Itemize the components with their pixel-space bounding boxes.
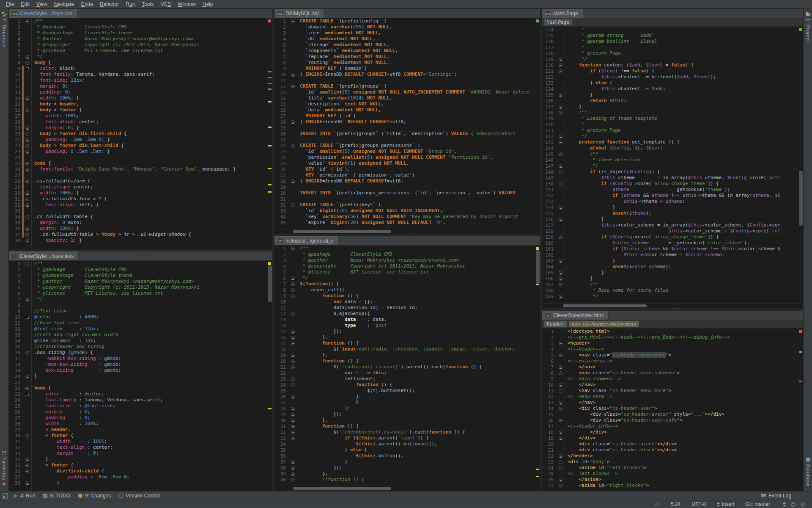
- git-branch[interactable]: Git: master: [745, 501, 770, 507]
- line-number[interactable]: 5: [274, 269, 297, 275]
- line-number[interactable]: 8: [9, 60, 31, 66]
- line-number[interactable]: 30: [274, 417, 297, 423]
- fold-end-icon[interactable]: [559, 295, 562, 298]
- line-number[interactable]: 22: [9, 143, 31, 149]
- line-number[interactable]: 13: [274, 89, 297, 95]
- fold-end-icon[interactable]: [559, 164, 562, 168]
- line-number[interactable]: 159: [542, 234, 565, 240]
- line-number[interactable]: 7: [274, 281, 297, 287]
- fold-collapse-icon[interactable]: [25, 144, 29, 148]
- line-number[interactable]: 36: [9, 468, 31, 474]
- line-number[interactable]: 30: [274, 190, 297, 196]
- line-number[interactable]: 19: [9, 367, 31, 373]
- code-html[interactable]: <!doctype html><!--pre_Html--><!--head--…: [565, 329, 803, 491]
- readonly-lock-icon[interactable]: [791, 502, 796, 507]
- line-number[interactable]: 137: [542, 104, 565, 110]
- tab-html[interactable]: 5CleverStyle/index.html: [542, 311, 609, 320]
- line-number[interactable]: 6: [274, 48, 297, 54]
- line-number[interactable]: 150: [542, 181, 565, 187]
- line-number[interactable]: 23: [274, 149, 297, 155]
- fold-collapse-icon[interactable]: [291, 282, 295, 286]
- line-number[interactable]: 131: [542, 68, 565, 74]
- line-number[interactable]: 13: [274, 317, 297, 323]
- tab-php[interactable]: phpclass.Page: [542, 9, 583, 18]
- fold-collapse-icon[interactable]: [291, 377, 295, 381]
- line-number[interactable]: 37: [9, 232, 31, 237]
- pane-splitter[interactable]: [274, 234, 540, 236]
- menu-run[interactable]: Run: [122, 0, 138, 8]
- line-number[interactable]: 18: [9, 119, 31, 125]
- fold-collapse-icon[interactable]: [291, 85, 295, 88]
- toolwindow-button--run[interactable]: 4: Run: [10, 491, 39, 500]
- line-number[interactable]: 9: [274, 66, 297, 72]
- line-number[interactable]: 1: [542, 329, 565, 334]
- line-number[interactable]: 148: [542, 169, 565, 175]
- fold-collapse-icon[interactable]: [559, 419, 562, 422]
- line-number[interactable]: 9: [9, 308, 31, 314]
- line-number[interactable]: 10: [274, 299, 297, 305]
- line-number[interactable]: 11: [274, 305, 297, 311]
- fold-end-icon[interactable]: [25, 97, 29, 100]
- line-number[interactable]: 31: [9, 196, 31, 202]
- fold-collapse-icon[interactable]: [291, 288, 295, 292]
- line-number[interactable]: 127: [542, 44, 565, 50]
- fold-collapse-icon[interactable]: [25, 108, 29, 112]
- line-number[interactable]: 134: [542, 86, 565, 92]
- fold-collapse-icon[interactable]: [291, 342, 295, 345]
- breadcrumb-item[interactable]: header: [544, 321, 567, 327]
- line-number[interactable]: 15: [274, 101, 297, 107]
- line-number[interactable]: 35: [274, 447, 297, 453]
- line-number[interactable]: 31: [274, 196, 297, 202]
- line-number[interactable]: 15: [9, 101, 31, 107]
- error-stripe-js[interactable]: [535, 246, 540, 486]
- line-number[interactable]: 144: [542, 145, 565, 151]
- line-number[interactable]: 38: [9, 480, 31, 486]
- menu-vcs[interactable]: VCS: [157, 0, 174, 8]
- line-number[interactable]: 28: [9, 421, 31, 427]
- line-number[interactable]: 10: [9, 314, 31, 320]
- fold-end-icon[interactable]: [291, 179, 295, 183]
- code-sql[interactable]: CREATE TABLE `[prefix]config` ( `domain`…: [297, 18, 540, 229]
- fold-end-icon[interactable]: [559, 105, 562, 109]
- line-number[interactable]: 36: [9, 226, 31, 232]
- fold-collapse-icon[interactable]: [559, 111, 562, 115]
- fold-end-icon[interactable]: [559, 259, 562, 263]
- line-number[interactable]: 21: [274, 364, 297, 370]
- fold-end-icon[interactable]: [559, 365, 562, 369]
- line-number[interactable]: 16: [274, 334, 297, 340]
- line-number[interactable]: 35: [9, 220, 31, 226]
- editor-sql[interactable]: 1234567891011121314151617181920212223242…: [274, 18, 540, 229]
- line-number[interactable]: 6: [9, 290, 31, 296]
- inspection-profile-icon[interactable]: [801, 502, 806, 507]
- line-number[interactable]: 20: [274, 358, 297, 364]
- line-number[interactable]: 147: [542, 163, 565, 169]
- line-number[interactable]: 26: [9, 166, 31, 172]
- line-number[interactable]: 18: [542, 429, 565, 435]
- toolwindow-button--todo[interactable]: 6: TODO: [39, 491, 74, 500]
- gutter-css[interactable]: 1234567891011121314151617181920212223242…: [9, 18, 32, 249]
- line-number[interactable]: 168: [542, 287, 565, 293]
- fold-collapse-icon[interactable]: [291, 312, 295, 316]
- line-number[interactable]: 16: [274, 107, 297, 113]
- line-number[interactable]: 24: [542, 465, 565, 471]
- fold-collapse-icon[interactable]: [25, 434, 29, 438]
- line-number[interactable]: 1: [274, 18, 297, 24]
- fold-collapse-icon[interactable]: [559, 466, 562, 470]
- line-number[interactable]: 24: [9, 397, 31, 403]
- toolwindow-button-favorites[interactable]: 2: Favorites ★: [2, 451, 7, 487]
- line-number[interactable]: 29: [9, 427, 31, 433]
- line-number[interactable]: 8: [9, 302, 31, 308]
- line-number[interactable]: 28: [274, 406, 297, 411]
- fold-collapse-icon[interactable]: [559, 407, 562, 411]
- toolwindow-button-database[interactable]: Database: [806, 457, 811, 487]
- line-number[interactable]: 158: [542, 228, 565, 234]
- line-number[interactable]: 40: [274, 477, 297, 483]
- line-number[interactable]: 5: [9, 42, 31, 48]
- line-number[interactable]: 39: [274, 471, 297, 477]
- line-number[interactable]: 26: [9, 409, 31, 415]
- fold-end-icon[interactable]: [25, 55, 29, 59]
- line-number[interactable]: 31: [274, 423, 297, 429]
- fold-end-icon[interactable]: [25, 150, 29, 154]
- tab-js[interactable]: JSincludes/.../general.js: [274, 236, 338, 245]
- line-number[interactable]: 18: [274, 119, 297, 125]
